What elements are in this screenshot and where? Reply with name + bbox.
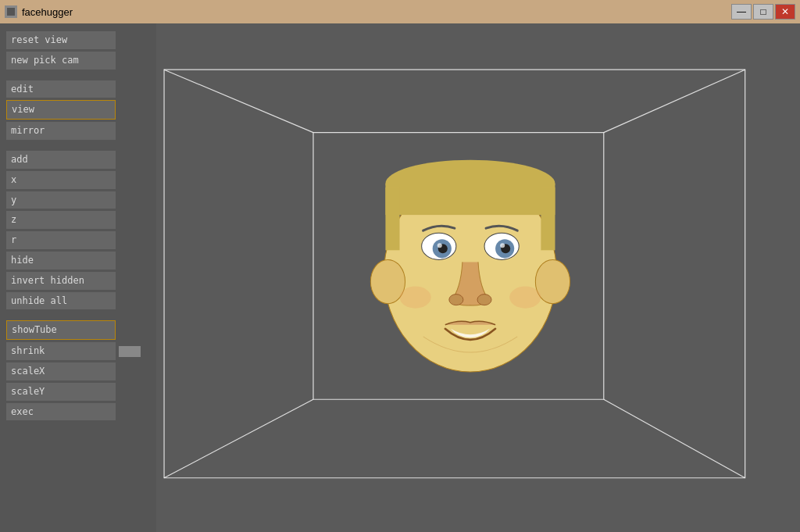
close-button[interactable]: ✕ [775, 4, 795, 20]
svg-point-26 [400, 287, 431, 309]
shrink-row: shrink [6, 342, 150, 360]
titlebar-controls: — □ ✕ [731, 4, 795, 20]
titlebar: facehugger — □ ✕ [0, 0, 800, 23]
svg-point-27 [509, 287, 541, 309]
svg-rect-13 [385, 184, 555, 215]
svg-rect-15 [541, 187, 555, 250]
svg-rect-14 [385, 187, 399, 250]
r-button[interactable]: r [6, 231, 116, 249]
unhide-all-button[interactable]: unhide all [6, 292, 116, 310]
invert-hidden-button[interactable]: invert hidden [6, 272, 116, 290]
app-icon [5, 5, 17, 18]
x-button[interactable]: x [6, 171, 116, 189]
mirror-button[interactable]: mirror [6, 122, 116, 140]
main-content: reset view new pick cam edit view mirror… [0, 23, 800, 532]
add-button[interactable]: add [6, 151, 116, 169]
y-button[interactable]: y [6, 191, 116, 209]
viewport[interactable] [156, 23, 800, 532]
titlebar-title: facehugger [22, 6, 73, 18]
minimize-button[interactable]: — [731, 4, 752, 20]
scale-x-button[interactable]: scaleX [6, 362, 116, 380]
reset-view-button[interactable]: reset view [6, 31, 116, 49]
scale-y-button[interactable]: scaleY [6, 383, 116, 401]
shrink-button[interactable]: shrink [6, 342, 116, 360]
sidebar: reset view new pick cam edit view mirror… [0, 23, 156, 532]
viewport-svg [156, 23, 800, 532]
svg-point-24 [449, 295, 463, 305]
svg-point-25 [477, 295, 491, 305]
new-pick-cam-button[interactable]: new pick cam [6, 52, 116, 70]
maximize-button[interactable]: □ [753, 4, 773, 20]
view-button[interactable]: view [6, 100, 116, 120]
hide-button[interactable]: hide [6, 252, 116, 270]
shrink-bar [119, 346, 141, 357]
svg-point-22 [438, 243, 442, 248]
svg-rect-1 [7, 8, 15, 16]
z-button[interactable]: z [6, 211, 116, 229]
edit-button[interactable]: edit [6, 80, 116, 98]
exec-button[interactable]: exec [6, 403, 116, 421]
titlebar-left: facehugger [5, 5, 73, 18]
svg-point-23 [500, 243, 505, 248]
show-tube-button[interactable]: showTube [6, 320, 116, 340]
